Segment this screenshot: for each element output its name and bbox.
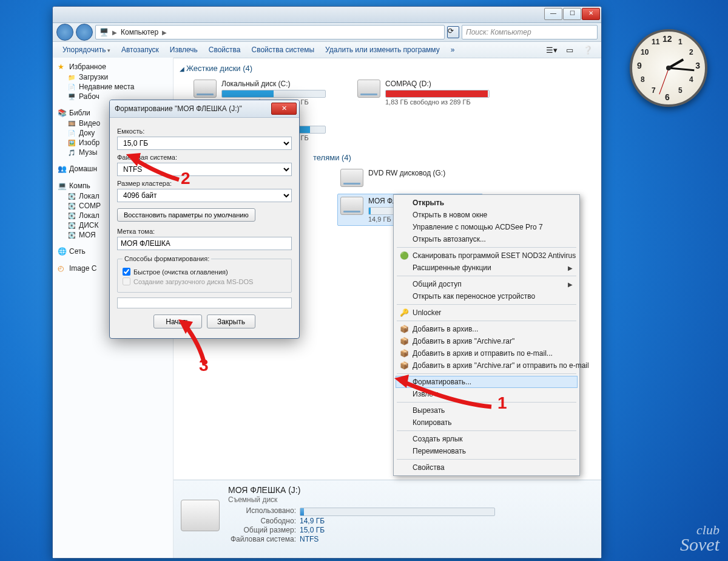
menu-item-icon: 🟢 bbox=[399, 251, 409, 260]
library-icon: 📚 bbox=[58, 109, 66, 117]
breadcrumb-label[interactable]: Компьютер bbox=[121, 28, 158, 36]
capacity-select[interactable]: 15,0 ГБ bbox=[117, 137, 292, 150]
msdos-boot-checkbox: Создание загрузочного диска MS-DOS bbox=[123, 277, 286, 285]
menu-item-icon: 📦 bbox=[399, 348, 409, 358]
minimize-button[interactable]: — bbox=[544, 8, 562, 20]
toolbar-sysprops[interactable]: Свойства системы bbox=[246, 44, 319, 56]
methods-legend: Способы форматирования: bbox=[123, 255, 211, 262]
filesystem-label: Файловая система: bbox=[117, 154, 292, 161]
context-menu-item[interactable]: Открыть в новом окне bbox=[396, 209, 578, 221]
details-subtitle: Съемный диск bbox=[228, 495, 495, 504]
volume-label-label: Метка тома: bbox=[117, 228, 292, 235]
context-menu-item[interactable]: Создать ярлык bbox=[396, 433, 578, 445]
homegroup-icon: 👥 bbox=[58, 165, 66, 173]
address-box[interactable]: 🖥️ ▶ Компьютер ▶ bbox=[95, 25, 445, 39]
context-menu-item[interactable]: Расширенные функции▶ bbox=[396, 262, 578, 274]
refresh-button[interactable]: ⟳ bbox=[447, 26, 459, 38]
menu-item-icon: 📦 bbox=[399, 324, 409, 334]
context-menu-item[interactable]: 📦Добавить в архив и отправить по e-mail.… bbox=[396, 347, 578, 359]
watermark: club Sovet bbox=[680, 524, 720, 552]
context-menu-item[interactable]: Форматировать... bbox=[396, 376, 578, 388]
toolbar-overflow[interactable]: » bbox=[446, 44, 460, 56]
toolbar-eject[interactable]: Извлечь bbox=[165, 44, 203, 56]
format-dialog: Форматирование "МОЯ ФЛЕШКА (J:)" ✕ Емкос… bbox=[109, 100, 300, 339]
details-title: МОЯ ФЛЕШКА (J:) bbox=[228, 485, 495, 495]
view-button[interactable]: ☰▾ bbox=[544, 43, 559, 56]
cluster-label: Размер кластера: bbox=[117, 180, 292, 187]
drive-label: DVD RW дисковод (G:) bbox=[368, 169, 445, 177]
context-menu-item[interactable]: Вырезать bbox=[396, 404, 578, 416]
context-menu-item[interactable]: Копировать bbox=[396, 416, 578, 429]
music-icon: 🎵 bbox=[67, 148, 76, 157]
drive-icon bbox=[340, 197, 363, 215]
dialog-close-button[interactable]: ✕ bbox=[271, 103, 297, 115]
restore-defaults-button[interactable]: Восстановить параметры по умолчанию bbox=[117, 208, 255, 222]
second-hand bbox=[659, 68, 669, 95]
context-menu-item[interactable]: Переименовать bbox=[396, 445, 578, 457]
section-hdd-header[interactable]: ◢Жесткие диски (4) bbox=[180, 64, 595, 73]
preview-pane-button[interactable]: ▭ bbox=[562, 43, 577, 56]
toolbar-autoplay[interactable]: Автозапуск bbox=[116, 44, 164, 56]
context-menu-item[interactable]: Открыть bbox=[396, 197, 578, 209]
usage-bar bbox=[300, 508, 495, 516]
computer-icon: 🖥️ bbox=[99, 28, 109, 36]
context-menu-item[interactable]: 📦Добавить в архив... bbox=[396, 323, 578, 335]
drive-icon bbox=[194, 80, 217, 98]
catalog-icon: ◴ bbox=[58, 264, 66, 273]
drive-large-icon bbox=[181, 500, 220, 531]
sidebar-item-recent[interactable]: 📄Недавние места bbox=[55, 82, 170, 92]
close-button[interactable]: ✕ bbox=[582, 8, 600, 20]
toolbar-properties[interactable]: Свойства bbox=[204, 44, 246, 56]
cluster-select[interactable]: 4096 байт bbox=[117, 189, 292, 202]
drive-item[interactable]: COMPAQ (D:)1,83 ГБ свободно из 289 ГБ bbox=[354, 76, 500, 109]
nav-back-button[interactable] bbox=[56, 24, 73, 41]
context-menu-item[interactable]: 📦Добавить в архив "Archive.rar" bbox=[396, 335, 578, 347]
context-menu-item[interactable]: Извлечь bbox=[396, 388, 578, 400]
sidebar-item-downloads[interactable]: 📁Загрузки bbox=[55, 72, 170, 82]
menu-item-icon: 📦 bbox=[399, 336, 409, 346]
drive-icon: 💽 bbox=[67, 211, 76, 220]
volume-label-input[interactable] bbox=[117, 237, 292, 250]
drive-icon: 💽 bbox=[67, 231, 76, 239]
sidebar-favorites-head[interactable]: ★Избранное bbox=[55, 61, 170, 72]
nav-forward-button[interactable] bbox=[76, 24, 93, 41]
breadcrumb-chev: ▶ bbox=[112, 29, 117, 36]
help-button[interactable]: ❔ bbox=[581, 43, 595, 56]
format-methods-group: Способы форматирования: Быстрое (очистка… bbox=[117, 255, 292, 293]
section-removable-header[interactable]: телями (4) bbox=[313, 153, 595, 162]
address-bar: 🖥️ ▶ Компьютер ▶ ⟳ Поиск: Компьютер bbox=[53, 23, 601, 42]
context-menu-item[interactable]: Свойства bbox=[396, 461, 578, 474]
drive-icon: 💽 bbox=[67, 192, 76, 200]
toolbar-uninstall[interactable]: Удалить или изменить программу bbox=[320, 44, 445, 56]
star-icon: ★ bbox=[58, 63, 66, 71]
quick-format-checkbox[interactable]: Быстрое (очистка оглавления) bbox=[123, 268, 286, 276]
drive-icon: 💽 bbox=[67, 221, 76, 229]
capacity-label: Емкость: bbox=[117, 127, 292, 135]
toolbar: Упорядочить Автозапуск Извлечь Свойства … bbox=[53, 42, 601, 58]
context-menu-item[interactable]: Общий доступ▶ bbox=[396, 278, 578, 290]
computer-icon: 💻 bbox=[58, 182, 66, 190]
context-menu-item[interactable]: Открыть автозапуск... bbox=[396, 233, 578, 245]
context-menu-item[interactable]: Управление с помощью ACDSee Pro 7 bbox=[396, 221, 578, 233]
context-menu-item[interactable]: 🔑Unlocker bbox=[396, 307, 578, 319]
clock-gadget[interactable]: 12 3 6 9 1 2 4 5 7 8 10 11 bbox=[630, 29, 707, 107]
maximize-button[interactable]: ☐ bbox=[563, 8, 581, 20]
drive-icon bbox=[340, 169, 363, 187]
drive-item[interactable]: DVD RW дисковод (G:) bbox=[337, 166, 483, 190]
close-dialog-button[interactable]: Закрыть bbox=[207, 314, 255, 328]
search-input[interactable]: Поиск: Компьютер bbox=[462, 25, 598, 39]
toolbar-organize[interactable]: Упорядочить bbox=[58, 44, 115, 56]
start-button[interactable]: Начать bbox=[153, 314, 202, 328]
context-menu-item[interactable]: Открыть как переносное устройство bbox=[396, 290, 578, 302]
desktop-icon: 🖥️ bbox=[67, 92, 76, 101]
drive-icon bbox=[357, 80, 380, 98]
context-menu: ОткрытьОткрыть в новом окнеУправление с … bbox=[393, 194, 580, 476]
titlebar[interactable]: — ☐ ✕ bbox=[53, 7, 601, 23]
breadcrumb-chev: ▶ bbox=[162, 29, 167, 36]
filesystem-select[interactable]: NTFS bbox=[117, 163, 292, 176]
context-menu-item[interactable]: 📦Добавить в архив "Archive.rar" и отправ… bbox=[396, 359, 578, 372]
context-menu-item[interactable]: 🟢Сканировать программой ESET NOD32 Antiv… bbox=[396, 250, 578, 262]
picture-icon: 🖼️ bbox=[67, 138, 76, 147]
recent-icon: 📄 bbox=[67, 83, 76, 91]
drive-label: Локальный диск (C:) bbox=[221, 80, 326, 88]
